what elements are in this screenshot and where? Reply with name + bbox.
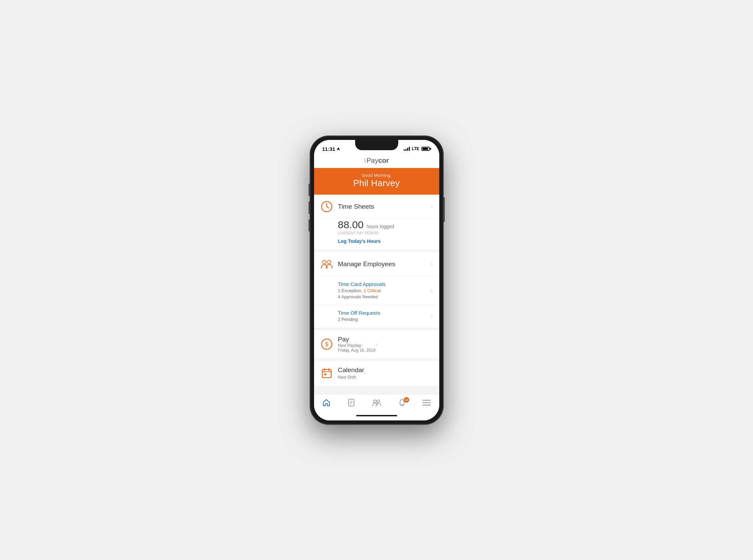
bottom-nav: 12	[314, 394, 439, 415]
svg-marker-0	[337, 147, 340, 151]
home-indicator-bar	[314, 415, 439, 420]
timesheets-header[interactable]: Time Sheets ›	[314, 195, 439, 219]
lte-indicator: LTE	[412, 146, 419, 151]
time-off-requests-item[interactable]: Time Off Requests 2 Pending ›	[314, 305, 439, 327]
greeting-line2: Phil Harvey	[321, 178, 432, 188]
notification-badge: 12	[404, 397, 409, 403]
pay-next-label: Next Payday:	[338, 343, 376, 348]
phone-outer: 11:31 LTE	[310, 136, 443, 425]
pay-chevron: ›	[375, 341, 377, 348]
time-card-approvals-chevron: ›	[431, 287, 433, 294]
timesheets-chevron: ›	[431, 203, 433, 210]
logo-area: ⟩ Paycor	[314, 155, 439, 168]
calendar-card: Calendar Next Shift: ›	[314, 361, 439, 386]
manage-employees-title: Manage Employees	[338, 260, 431, 268]
time-card-approvals-desc: 1 Exception, 1 Critical 4 Approvals Need…	[338, 288, 431, 300]
svg-point-6	[327, 260, 331, 264]
clock-icon	[320, 200, 333, 213]
svg-text:$: $	[325, 341, 328, 347]
greeting-line1: Good Morning,	[321, 173, 432, 178]
hours-value: 88.00	[338, 219, 364, 230]
pay-date: Friday, Aug 16, 2019	[338, 348, 376, 353]
menu-icon	[423, 400, 431, 406]
location-icon	[337, 147, 340, 151]
calendar-next-shift: Next Shift:	[338, 375, 357, 380]
greeting-banner: Good Morning, Phil Harvey	[314, 168, 439, 195]
battery-icon	[421, 147, 431, 151]
calendar-icon	[320, 367, 333, 380]
timesheet-icon	[347, 399, 355, 407]
pay-card: $ Pay Next Payday: Friday, Aug 16, 2019 …	[314, 330, 439, 358]
logo-text: Paycor	[366, 157, 389, 165]
time-card-approvals-title: Time Card Approvals	[338, 281, 431, 287]
app-content: Paycor ⟩ Paycor Good Morning, Phil Harve…	[314, 155, 439, 394]
calendar-title: Calendar	[338, 366, 364, 374]
manage-employees-chevron: ›	[431, 260, 433, 268]
log-hours-link[interactable]: Log Today's Hours	[338, 238, 433, 244]
status-right: LTE	[404, 146, 431, 151]
employees-nav-icon	[372, 399, 381, 406]
svg-rect-13	[324, 374, 326, 375]
pay-period-label: CURRENT PAY PERIOD	[338, 231, 433, 235]
pay-header[interactable]: $ Pay Next Payday: Friday, Aug 16, 2019 …	[314, 330, 439, 358]
time-off-requests-chevron: ›	[431, 313, 433, 320]
calendar-header[interactable]: Calendar Next Shift: ›	[314, 361, 439, 386]
notch	[355, 140, 398, 150]
svg-line-4	[327, 207, 329, 208]
svg-point-19	[377, 400, 380, 403]
nav-menu[interactable]	[417, 398, 436, 407]
logo-bird-icon: ⟩	[364, 158, 366, 163]
phone-screen: 11:31 LTE	[314, 140, 439, 420]
timesheets-detail: 88.00 hours logged CURRENT PAY PERIOD Lo…	[314, 219, 439, 249]
manage-employees-card: Manage Employees › Time Card Approvals 1…	[314, 252, 439, 328]
hours-suffix: hours logged	[366, 224, 394, 229]
time-off-requests-desc: 2 Pending	[338, 316, 431, 323]
pay-title: Pay	[338, 336, 376, 343]
dollar-icon: $	[320, 338, 333, 351]
nav-home[interactable]	[317, 397, 336, 408]
svg-point-18	[374, 400, 376, 403]
time-off-requests-title: Time Off Requests	[338, 310, 431, 316]
manage-employees-header[interactable]: Manage Employees ›	[314, 252, 439, 276]
nav-notifications[interactable]: 12	[393, 397, 411, 408]
nav-timesheet[interactable]	[342, 397, 361, 408]
employees-icon	[320, 258, 333, 271]
status-time: 11:31	[322, 146, 340, 152]
home-icon	[322, 399, 330, 407]
timesheets-title: Time Sheets	[338, 203, 431, 210]
svg-rect-9	[322, 369, 331, 378]
cards-container: Time Sheets › 88.00 hours logged CURRENT…	[314, 195, 439, 394]
svg-point-5	[323, 260, 326, 264]
signal-bars	[404, 147, 410, 151]
time-card-approvals-item[interactable]: Time Card Approvals 1 Exception, 1 Criti…	[314, 276, 439, 305]
home-indicator	[356, 415, 397, 416]
timesheets-card: Time Sheets › 88.00 hours logged CURRENT…	[314, 195, 439, 249]
calendar-chevron: ›	[364, 370, 366, 377]
nav-employees[interactable]	[367, 398, 387, 408]
